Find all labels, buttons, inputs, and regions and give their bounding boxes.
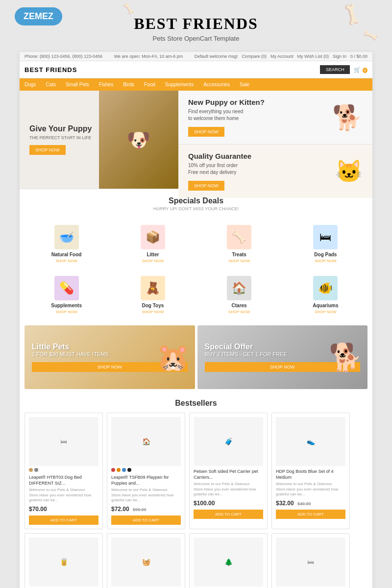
product-supplements-name: Supplements (27, 303, 106, 308)
quality-text: 10% off your first order Free next day d… (188, 162, 251, 176)
signin-link[interactable]: Sign In (333, 54, 346, 59)
product-dog-toys[interactable]: 🧸 Dog Toys SHOP NOW (111, 272, 195, 318)
product-dog-toys-name: Dog Toys (113, 303, 192, 308)
specials-subtitle: HURRY UP! DON'T MISS YOUR CHANCE! (24, 206, 368, 211)
bs-price-3: $100.00 (194, 500, 263, 507)
nav-item-small-pets[interactable]: Small Pets (61, 78, 94, 91)
product-dog-pads-name: Dog Pads (286, 252, 365, 257)
quality-shop-btn[interactable]: SHOP NOW (188, 181, 224, 191)
nav-item-dogs[interactable]: Dogs (20, 78, 41, 91)
site-subtitle: Pets Store OpenCart Template (20, 35, 372, 42)
bs-img-3: 🧳 (194, 417, 263, 466)
bs-item-3: 🧳 Petsen Soft sided Pet Carrier pet Carr… (189, 413, 268, 529)
product-litter-name: Litter (113, 252, 192, 257)
store-header: BEST FRIENDS SEARCH 🛒 0 (20, 61, 372, 78)
product-aquariums-img: 🐠 (313, 276, 338, 300)
nav-item-fishes[interactable]: Fishes (94, 78, 118, 91)
nav-item-sale[interactable]: Sale (235, 78, 254, 91)
nav-item-accessories[interactable]: Accessories (198, 78, 235, 91)
bs-item-8: 🛏 Leapet® HTBT10 75x60 Small Dog Bed 75.… (271, 533, 350, 588)
compare-link[interactable]: Compare (0) (242, 54, 267, 59)
product-dog-pads-img: 🛏 (313, 225, 338, 249)
hero-subtitle: THE PERFECT START IN LIFE (29, 135, 169, 140)
site-title: BEST FRIENDS (20, 15, 372, 33)
product-ctares[interactable]: 🏠 Ctares SHOP NOW (197, 272, 281, 318)
product-aquariums-name: Aquariums (286, 303, 365, 308)
product-ctares-link[interactable]: SHOP NOW (200, 310, 279, 314)
product-natural-food-img: 🥣 (54, 225, 79, 249)
bs-img-4: 👟 (276, 417, 345, 466)
new-puppy-shop-btn[interactable]: SHOP NOW (188, 127, 224, 137)
product-treats[interactable]: 🦴 Treats SHOP NOW (197, 221, 281, 267)
products-grid-row2: 💊 Supplements SHOP NOW 🧸 Dog Toys SHOP N… (20, 270, 372, 320)
product-natural-food[interactable]: 🥣 Natural Food SHOP NOW (24, 221, 108, 267)
store-logo: BEST FRIENDS (24, 66, 77, 74)
bs-add-cart-3[interactable]: ADD TO CART (194, 510, 263, 519)
product-ctares-img: 🏠 (227, 276, 251, 300)
nav-item-food[interactable]: Food (139, 78, 160, 91)
promo-section: Little Pets 2 FOR $30 MUST HAVE ITEMS SH… (20, 320, 372, 394)
bs-item-5: 🥫 Papamazing 6 Days Calm DogRabbit Mea..… (24, 533, 103, 588)
account-link[interactable]: My Account (270, 54, 294, 59)
bs-item-6: 🧺 TRIXIE 39813 Traveller Capri I Pet Car… (107, 533, 185, 588)
product-dog-toys-img: 🧸 (141, 276, 165, 300)
product-aquariums-link[interactable]: SHOP NOW (286, 310, 365, 314)
nav-item-cats[interactable]: Cats (41, 78, 61, 91)
bs-colors-1 (29, 468, 98, 472)
product-dog-pads[interactable]: 🛏 Dog Pads SHOP NOW (284, 221, 368, 267)
quality-guarantee-banner: Quality Guarantee 10% off your first ord… (178, 145, 372, 198)
cart-amount[interactable]: 0 / $0.00 (350, 54, 368, 59)
new-puppy-banner: New Puppy or Kitten? Find everything you… (178, 91, 372, 145)
quality-title: Quality Guarantee (188, 152, 251, 160)
product-litter-link[interactable]: SHOP NOW (113, 259, 192, 263)
product-litter-img: 📦 (141, 225, 165, 249)
nav-item-birds[interactable]: Birds (118, 78, 139, 91)
search-button[interactable]: SEARCH (320, 65, 350, 74)
product-litter[interactable]: 📦 Litter SHOP NOW (111, 221, 195, 267)
product-treats-link[interactable]: SHOP NOW (200, 259, 279, 263)
color-dot (29, 468, 33, 472)
bs-title-3: Petsen Soft sided Pet Carrier pet Carrie… (194, 469, 263, 480)
new-puppy-text: Find everything you need to welcome them… (188, 108, 265, 122)
color-dot (122, 468, 126, 472)
bs-img-7: 🌲 (194, 538, 263, 587)
bs-colors-2 (111, 468, 181, 472)
bs-title-1: Leapet® HTBT03 Dog Bed DIFFERENT SIZ... (29, 475, 98, 486)
bestsellers-section: Bestsellers 🛏 Leapet® HTBT03 Dog Bed DIF… (20, 394, 372, 588)
bs-title-4: HDP Dog Boots Blue Set of 4 Medium (276, 469, 345, 480)
bs-add-cart-4[interactable]: ADD TO CART (276, 510, 345, 519)
bs-img-1: 🛏 (29, 417, 98, 466)
product-aquariums[interactable]: 🐠 Aquariums SHOP NOW (284, 272, 368, 318)
color-dot (127, 468, 131, 472)
little-pets-banner: Little Pets 2 FOR $30 MUST HAVE ITEMS SH… (24, 325, 195, 389)
bs-desc-2: Welcome to our Pets & Glamour Store.Have… (111, 488, 181, 503)
hero-left-banner: Give Your Puppy THE PERFECT START IN LIF… (20, 91, 178, 189)
color-dot (117, 468, 121, 472)
product-dog-toys-link[interactable]: SHOP NOW (113, 310, 192, 314)
product-natural-food-name: Natural Food (27, 252, 106, 257)
bs-item-2: 🏠 Leapet® TSFB09 Playpen for Puppies and… (107, 413, 185, 529)
hero-shop-now-button[interactable]: SHOP NOW (29, 145, 66, 155)
bs-desc-1: Welcome to our Pets & Glamour Store.Have… (29, 488, 98, 503)
product-dog-pads-link[interactable]: SHOP NOW (286, 259, 365, 263)
bs-item-7: 🌲 Leapet® KB0010 2beige Cat Tree Scratch… (189, 533, 268, 588)
product-supplements-link[interactable]: SHOP NOW (27, 310, 106, 314)
special-offer-banner: Special Offer BUY 2 ITEMS - GET 1 FOR FR… (197, 325, 368, 389)
bs-price-4: $32.00 $40.00 (276, 500, 345, 507)
hero-title: Give Your Puppy (29, 124, 169, 133)
bestsellers-title: Bestsellers (24, 399, 368, 408)
hours-info: We are open: Mon-Fri, 10 am-6 pm (114, 54, 183, 59)
bs-add-cart-2[interactable]: ADD TO CART (111, 515, 181, 525)
product-supplements-img: 💊 (54, 276, 79, 300)
product-supplements[interactable]: 💊 Supplements SHOP NOW (24, 272, 108, 318)
zemez-logo[interactable]: ZEMEZ (15, 7, 62, 25)
cart-icon[interactable]: 🛒 0 (354, 67, 368, 73)
nav-item-supplements[interactable]: Supplements (160, 78, 198, 91)
color-dot (34, 468, 38, 472)
product-treats-name: Treats (200, 252, 279, 257)
wishlist-link[interactable]: My Wish List (0) (297, 54, 329, 59)
product-natural-food-link[interactable]: SHOP NOW (27, 259, 106, 263)
bs-add-cart-1[interactable]: ADD TO CART (29, 515, 98, 525)
product-treats-img: 🦴 (227, 225, 251, 249)
bs-price-1: $70.00 (29, 506, 98, 513)
